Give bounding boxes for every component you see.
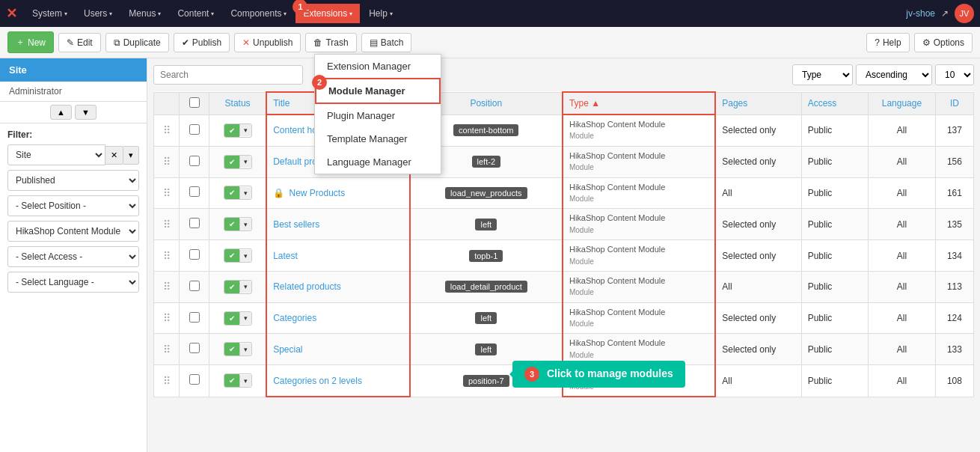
status-dropdown-btn[interactable]: ▾ [239, 187, 251, 199]
drag-handle-icon[interactable]: ⠿ [163, 219, 171, 230]
row-title-link[interactable]: Categories on 2 levels [273, 376, 362, 386]
sort-order-select[interactable]: Ascending Descending [856, 64, 932, 85]
col-access-header[interactable]: Access [801, 92, 868, 114]
drag-handle-icon[interactable]: ⠿ [163, 156, 171, 168]
row-title-link[interactable]: Categories [273, 313, 316, 323]
sort-up-button[interactable]: ▲ [50, 105, 72, 120]
row-checkbox[interactable] [189, 374, 200, 385]
edit-button[interactable]: ✎ Edit [58, 33, 101, 52]
nav-content[interactable]: Content ▾ [170, 4, 221, 23]
row-id-cell: 108 [935, 365, 973, 397]
status-dropdown-btn[interactable]: ▾ [239, 312, 251, 324]
status-check-btn[interactable]: ✔ [224, 156, 239, 168]
site-filter-clear[interactable]: ✕ [105, 146, 123, 165]
nav-system[interactable]: System ▾ [25, 4, 75, 23]
status-check-btn[interactable]: ✔ [224, 374, 239, 387]
menu-module-manager[interactable]: 2 Module Manager [315, 78, 441, 104]
row-title-link[interactable]: Latest [273, 251, 298, 261]
drag-handle-icon[interactable]: ⠿ [163, 343, 171, 355]
row-checkbox[interactable] [189, 186, 200, 197]
drag-handle-icon[interactable]: ⠿ [163, 281, 171, 293]
nav-menus[interactable]: Menus ▾ [121, 4, 168, 23]
status-check-btn[interactable]: ✔ [224, 312, 239, 325]
status-dropdown-btn[interactable]: ▾ [239, 375, 251, 387]
row-checkbox[interactable] [189, 249, 200, 260]
per-page-select[interactable]: 10 15 20 50 [935, 64, 974, 85]
row-checkbox[interactable] [189, 281, 200, 291]
position-filter-select[interactable]: - Select Position - [7, 195, 139, 216]
status-check-btn[interactable]: ✔ [224, 343, 239, 355]
unpublish-button[interactable]: ✕ Unpublish [234, 33, 301, 52]
status-check-btn[interactable]: ✔ [224, 218, 239, 230]
row-title-link[interactable]: Best sellers [273, 219, 319, 230]
search-input[interactable] [153, 65, 303, 85]
row-checkbox[interactable] [189, 312, 200, 323]
status-dropdown-btn[interactable]: ▾ [239, 343, 251, 355]
edit-icon: ✎ [67, 37, 74, 48]
drag-handle-icon[interactable]: ⠿ [163, 312, 171, 324]
drag-handle-icon[interactable]: ⠿ [163, 187, 171, 199]
col-order-header[interactable] [154, 92, 180, 114]
status-check-btn[interactable]: ✔ [224, 249, 239, 262]
language-filter-select[interactable]: - Select Language - [7, 272, 139, 293]
nav-components[interactable]: Components ▾ [223, 4, 294, 23]
user-link[interactable]: jv-shoe [906, 8, 935, 19]
site-filter-select[interactable]: Site [7, 144, 105, 165]
drag-handle-icon[interactable]: ⠿ [163, 375, 171, 387]
row-title-link[interactable]: Special [273, 344, 302, 355]
sidebar-site[interactable]: Site [0, 58, 147, 82]
menu-plugin-manager[interactable]: Plugin Manager [315, 104, 441, 127]
duplicate-button[interactable]: ⧉ Duplicate [105, 33, 169, 52]
row-checkbox[interactable] [189, 218, 200, 228]
position-badge: load_detail_product [445, 281, 527, 293]
row-title-cell: Categories [266, 302, 410, 334]
access-filter-select[interactable]: - Select Access - [7, 246, 139, 267]
row-checkbox[interactable] [189, 343, 200, 353]
menu-language-manager[interactable]: Language Manager [315, 150, 441, 174]
status-dropdown-btn[interactable]: ▾ [239, 124, 251, 136]
row-access-cell: Public [801, 209, 868, 240]
sort-field-select[interactable]: Type Title Status Position Access ID [792, 64, 853, 85]
select-all-checkbox[interactable] [189, 97, 200, 108]
drag-handle-cell: ⠿ [154, 334, 180, 365]
site-filter-container: Site ✕ ▾ [7, 144, 139, 165]
status-check-btn[interactable]: ✔ [224, 281, 239, 293]
publish-button[interactable]: ✔ Publish [174, 33, 230, 52]
menu-template-manager[interactable]: Template Manager [315, 127, 441, 150]
col-pages-header[interactable]: Pages [715, 92, 801, 114]
site-filter-arrow[interactable]: ▾ [123, 146, 139, 165]
col-id-header[interactable]: ID [935, 92, 973, 114]
nav-help[interactable]: Help ▾ [361, 4, 400, 23]
status-dropdown-btn[interactable]: ▾ [239, 281, 251, 293]
row-checkbox[interactable] [189, 156, 200, 166]
status-filter-select[interactable]: Published [7, 170, 139, 191]
sort-down-button[interactable]: ▼ [75, 105, 97, 120]
status-dropdown-btn[interactable]: ▾ [239, 250, 251, 262]
options-button[interactable]: ⚙ Options [914, 33, 973, 52]
status-dropdown-btn[interactable]: ▾ [239, 219, 251, 230]
trash-button[interactable]: 🗑 Trash [305, 33, 356, 52]
row-access-cell: Public [801, 271, 868, 302]
col-type-header[interactable]: Type ▲ [563, 92, 715, 114]
row-title-link[interactable]: Related products [273, 281, 341, 292]
row-position-cell: left [410, 209, 563, 240]
status-check-btn[interactable]: ✔ [224, 124, 239, 137]
row-title-link[interactable]: New Products [289, 188, 345, 198]
row-checkbox-cell [180, 114, 209, 146]
help-button[interactable]: ? Help [866, 33, 909, 52]
col-status-header[interactable]: Status [209, 92, 267, 114]
menu-extension-manager[interactable]: Extension Manager [315, 55, 441, 78]
new-button[interactable]: ＋ New [7, 31, 54, 53]
nav-extensions[interactable]: 1 Extensions ▾ [295, 4, 360, 23]
col-check-header[interactable] [180, 92, 209, 114]
drag-handle-icon[interactable]: ⠿ [163, 250, 171, 262]
status-check-btn[interactable]: ✔ [224, 186, 239, 199]
col-language-header[interactable]: Language [869, 92, 936, 114]
batch-icon: ▤ [370, 37, 378, 48]
nav-users[interactable]: Users ▾ [76, 4, 120, 23]
drag-handle-icon[interactable]: ⠿ [163, 124, 171, 136]
type-filter-select[interactable]: HikaShop Content Module [7, 221, 139, 242]
status-dropdown-btn[interactable]: ▾ [239, 156, 251, 168]
row-checkbox[interactable] [189, 124, 200, 135]
batch-button[interactable]: ▤ Batch [361, 33, 412, 52]
